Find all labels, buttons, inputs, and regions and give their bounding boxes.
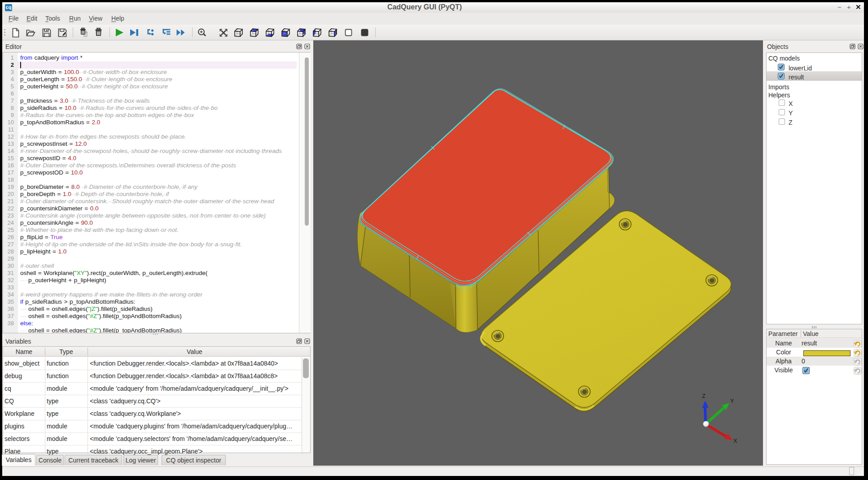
svg-text:Z: Z [702,393,706,399]
svg-text:X: X [733,437,737,444]
svg-text:Y: Y [730,397,734,404]
